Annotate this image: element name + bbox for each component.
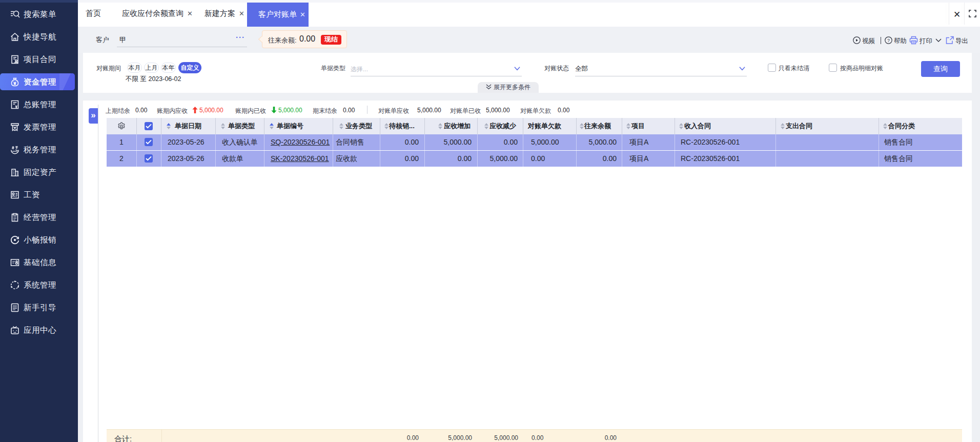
svg-text:?: ? [887,38,890,43]
